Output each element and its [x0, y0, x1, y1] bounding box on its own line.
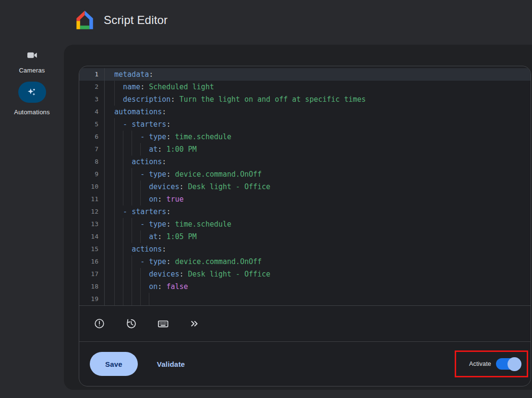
code-line[interactable]: 5 - starters: — [79, 118, 531, 131]
line-number: 15 — [79, 243, 105, 255]
code-line[interactable]: 9 - type: device.command.OnOff — [79, 168, 531, 181]
toggle-knob — [508, 357, 521, 371]
save-button[interactable]: Save — [90, 352, 138, 376]
code-line[interactable]: 11 on: true — [79, 193, 531, 205]
code-line[interactable]: 2 name: Scheduled light — [79, 81, 531, 93]
camera-icon — [26, 49, 38, 61]
code-line[interactable]: 10 devices: Desk light - Office — [79, 181, 531, 193]
code-text: on: true — [105, 193, 531, 205]
double-chevron-right-icon — [189, 318, 200, 329]
code-text: - type: time.schedule — [105, 218, 531, 230]
action-bar: Save Validate Activate — [79, 342, 531, 386]
line-number: 6 — [79, 131, 105, 143]
code-text: devices: Desk light - Office — [105, 268, 531, 280]
code-text: - type: time.schedule — [105, 131, 531, 143]
code-lines: 1metadata:2 name: Scheduled light3 descr… — [79, 68, 531, 305]
line-number: 17 — [79, 268, 105, 280]
sidebar: Cameras Automations — [0, 45, 64, 398]
code-line[interactable]: 12 - starters: — [79, 205, 531, 218]
script-editor-panel: 1metadata:2 name: Scheduled light3 descr… — [79, 66, 531, 386]
code-line[interactable]: 17 devices: Desk light - Office — [79, 268, 531, 280]
code-line[interactable]: 7 at: 1:00 PM — [79, 143, 531, 156]
automations-sparkle-icon — [26, 87, 37, 98]
line-number: 7 — [79, 143, 105, 156]
code-text: at: 1:05 PM — [105, 230, 531, 243]
history-button[interactable] — [125, 317, 137, 330]
line-number: 16 — [79, 255, 105, 268]
code-editor[interactable]: 1metadata:2 name: Scheduled light3 descr… — [79, 66, 531, 305]
code-line[interactable]: 3 description: Turn the light on and off… — [79, 93, 531, 106]
sidebar-item-cameras[interactable]: Cameras — [18, 49, 46, 74]
keyboard-icon — [157, 318, 169, 330]
line-number: 5 — [79, 118, 105, 131]
line-number: 9 — [79, 168, 105, 181]
code-text: automations: — [105, 106, 531, 118]
code-text: devices: Desk light - Office — [105, 181, 531, 193]
line-number: 11 — [79, 193, 105, 205]
code-line[interactable]: 1metadata: — [79, 68, 531, 81]
code-line[interactable]: 13 - type: time.schedule — [79, 218, 531, 230]
sidebar-item-automations[interactable]: Automations — [14, 82, 49, 116]
expand-button[interactable] — [188, 317, 201, 330]
line-number: 10 — [79, 181, 105, 193]
google-home-logo-icon — [75, 10, 94, 30]
line-number: 13 — [79, 218, 105, 230]
main-card: 1metadata:2 name: Scheduled light3 descr… — [64, 45, 532, 390]
code-text: at: 1:00 PM — [105, 143, 531, 156]
problems-icon — [94, 318, 105, 329]
code-line[interactable]: 14 at: 1:05 PM — [79, 230, 531, 243]
activate-highlight-box: Activate — [455, 350, 528, 377]
sidebar-item-label: Automations — [14, 109, 49, 116]
problems-button[interactable] — [93, 317, 106, 330]
code-line[interactable]: 15 actions: — [79, 243, 531, 255]
line-number: 2 — [79, 81, 105, 93]
code-text: description: Turn the light on and off a… — [105, 93, 531, 106]
code-text: - starters: — [105, 205, 531, 218]
code-line[interactable]: 16 - type: device.command.OnOff — [79, 255, 531, 268]
code-text: - type: device.command.OnOff — [105, 255, 531, 268]
line-number: 4 — [79, 106, 105, 118]
code-text: - starters: — [105, 118, 531, 131]
code-text: metadata: — [105, 68, 531, 81]
code-line[interactable]: 19 — [79, 293, 531, 305]
editor-toolbar — [79, 306, 531, 341]
line-number: 18 — [79, 280, 105, 293]
code-text: actions: — [105, 156, 531, 168]
validate-button[interactable]: Validate — [157, 360, 185, 368]
code-line[interactable]: 18 on: false — [79, 280, 531, 293]
line-number: 14 — [79, 230, 105, 243]
line-number: 3 — [79, 93, 105, 106]
code-text: - type: device.command.OnOff — [105, 168, 531, 181]
line-number: 12 — [79, 205, 105, 218]
code-line[interactable]: 4automations: — [79, 106, 531, 118]
code-text: on: false — [105, 280, 531, 293]
page-title: Script Editor — [104, 13, 168, 27]
line-number: 8 — [79, 156, 105, 168]
history-icon — [125, 318, 137, 329]
activate-label: Activate — [469, 361, 491, 367]
activate-toggle[interactable] — [496, 358, 520, 370]
code-text — [105, 293, 531, 305]
code-text: name: Scheduled light — [105, 81, 531, 93]
code-line[interactable]: 6 - type: time.schedule — [79, 131, 531, 143]
line-number: 19 — [79, 293, 105, 305]
sidebar-item-label: Cameras — [19, 67, 45, 74]
selected-pill — [18, 82, 46, 103]
app-header: Script Editor — [0, 0, 532, 45]
line-number: 1 — [79, 68, 105, 81]
code-line[interactable]: 8 actions: — [79, 156, 531, 168]
keyboard-button[interactable] — [157, 317, 169, 330]
code-text: actions: — [105, 243, 531, 255]
